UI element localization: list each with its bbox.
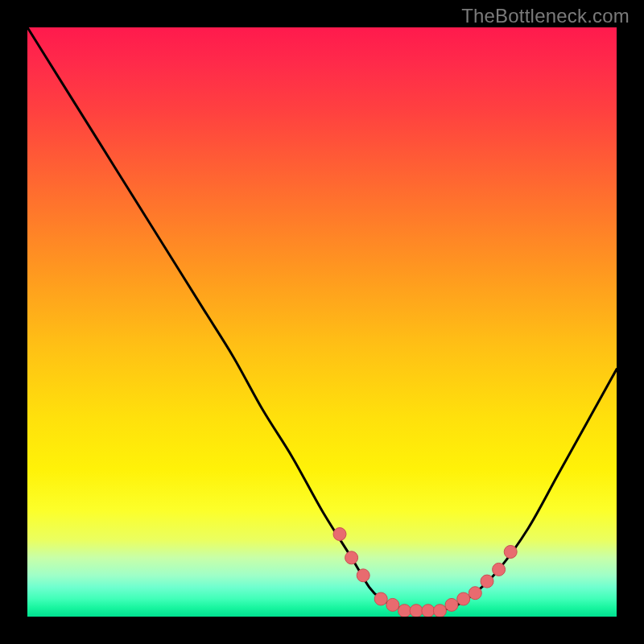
marker-dot (457, 592, 470, 605)
watermark-text: TheBottleneck.com (461, 5, 630, 27)
marker-dot (469, 587, 481, 600)
bottleneck-curve-path (27, 27, 617, 611)
highlight-markers (333, 528, 517, 617)
marker-dot (433, 605, 446, 617)
marker-dot (398, 605, 411, 617)
marker-dot (410, 605, 423, 617)
marker-dot (445, 598, 458, 611)
marker-dot (333, 528, 346, 541)
marker-dot (357, 569, 369, 582)
marker-dot (504, 546, 517, 559)
marker-dot (481, 575, 493, 588)
marker-dot (345, 551, 358, 564)
chart-svg (27, 27, 617, 617)
marker-dot (386, 598, 399, 611)
marker-dot (374, 592, 387, 605)
outer-frame: TheBottleneck.com (0, 0, 644, 644)
curve-layer (27, 27, 617, 611)
plot-area (27, 27, 617, 617)
marker-dot (493, 563, 506, 576)
marker-dot (422, 605, 435, 617)
